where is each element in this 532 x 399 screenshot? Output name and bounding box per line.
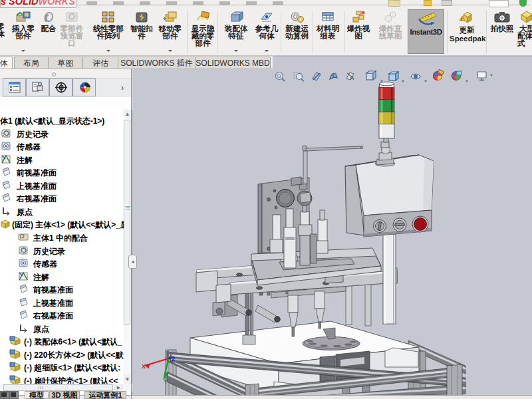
svg-text:X: X bbox=[142, 363, 146, 370]
svg-text:Z: Z bbox=[172, 356, 176, 362]
svg-text:!: ! bbox=[462, 17, 463, 21]
svg-text:Y: Y bbox=[164, 378, 168, 385]
